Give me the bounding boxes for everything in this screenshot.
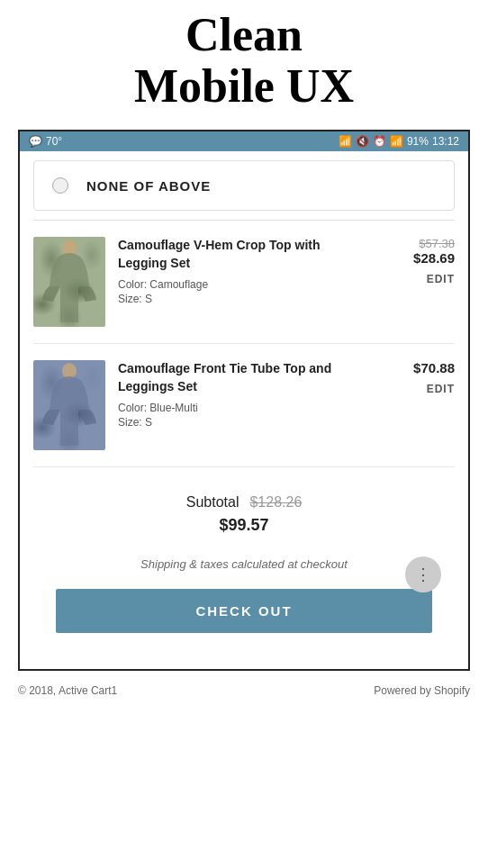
subtotal-section: Subtotal $128.26 $99.57 <box>20 467 468 544</box>
shipping-note: Shipping & taxes calculated at checkout <box>20 544 468 580</box>
item-color-2: Color: Blue-Multi <box>118 402 370 414</box>
item-details-2: Camouflage Front Tie Tube Top and Leggin… <box>118 360 370 429</box>
cart-item-2: Camouflage Front Tie Tube Top and Leggin… <box>33 344 455 467</box>
page-title: Clean Mobile UX <box>18 9 470 112</box>
battery-percent: 91% <box>407 135 429 148</box>
phone-body: NONE OF ABOVE <box>20 151 468 669</box>
camo-green-pattern <box>33 237 105 327</box>
checkout-btn-container: CHECK OUT <box>20 580 468 651</box>
status-bar: 💬 70° 📶 🔇 ⏰ 📶 91% 13:12 <box>20 131 468 151</box>
item-size-2: Size: S <box>118 416 370 429</box>
item-figure-svg-2 <box>33 360 105 450</box>
item-edit-btn-2[interactable]: EDIT <box>383 383 455 395</box>
radio-button-none-above[interactable] <box>52 177 68 194</box>
item-edit-btn-1[interactable]: EDIT <box>383 273 455 285</box>
temperature-display: 70° <box>46 135 62 148</box>
item-image-1 <box>33 237 105 327</box>
cart-items-list: Camouflage V-Hem Crop Top with Legging S… <box>20 221 468 467</box>
bluetooth-icon: 📶 <box>339 135 352 148</box>
subtotal-final-price: $99.57 <box>33 516 455 535</box>
item-price-sale-1: $28.69 <box>383 250 455 266</box>
powered-by-text: Powered by Shopify <box>374 684 470 697</box>
copyright-text: © 2018, Active Cart1 <box>18 684 117 697</box>
item-name-2: Camouflage Front Tie Tube Top and Leggin… <box>118 360 370 395</box>
status-bar-left: 💬 70° <box>29 135 62 148</box>
item-details-1: Camouflage V-Hem Crop Top with Legging S… <box>118 237 370 306</box>
none-above-row[interactable]: NONE OF ABOVE <box>33 160 455 211</box>
phone-frame: 💬 70° 📶 🔇 ⏰ 📶 91% 13:12 NONE OF ABOVE <box>18 130 470 671</box>
item-size-1: Size: S <box>118 293 370 305</box>
header-section: Clean Mobile UX <box>0 0 488 130</box>
item-color-1: Color: Camouflage <box>118 278 370 291</box>
cart-item: Camouflage V-Hem Crop Top with Legging S… <box>33 221 455 344</box>
subtotal-row: Subtotal $128.26 <box>33 494 455 511</box>
item-price-col-2: $70.88 EDIT <box>383 360 455 395</box>
item-price-col-1: $57.38 $28.69 EDIT <box>383 237 455 285</box>
floating-menu-icon: ⋮ <box>415 565 431 584</box>
chat-icon: 💬 <box>29 135 42 148</box>
checkout-button[interactable]: CHECK OUT <box>56 589 432 633</box>
status-bar-right: 📶 🔇 ⏰ 📶 91% 13:12 <box>339 135 459 148</box>
time-display: 13:12 <box>432 135 459 148</box>
item-name-1: Camouflage V-Hem Crop Top with Legging S… <box>118 237 370 272</box>
item-image-2 <box>33 360 105 450</box>
none-above-label: NONE OF ABOVE <box>86 178 211 194</box>
alarm-icon: ⏰ <box>373 135 386 148</box>
item-price-original-1: $57.38 <box>383 237 455 250</box>
item-price-sale-2: $70.88 <box>383 360 455 375</box>
item-figure-svg-1 <box>33 237 105 327</box>
subtotal-label: Subtotal <box>186 494 239 511</box>
footer: © 2018, Active Cart1 Powered by Shopify <box>0 671 488 710</box>
none-above-section: NONE OF ABOVE <box>20 151 468 220</box>
subtotal-original-price: $128.26 <box>249 494 302 511</box>
camo-blue-pattern <box>33 360 105 450</box>
mute-icon: 🔇 <box>356 135 369 148</box>
signal-icon: 📶 <box>390 135 403 148</box>
